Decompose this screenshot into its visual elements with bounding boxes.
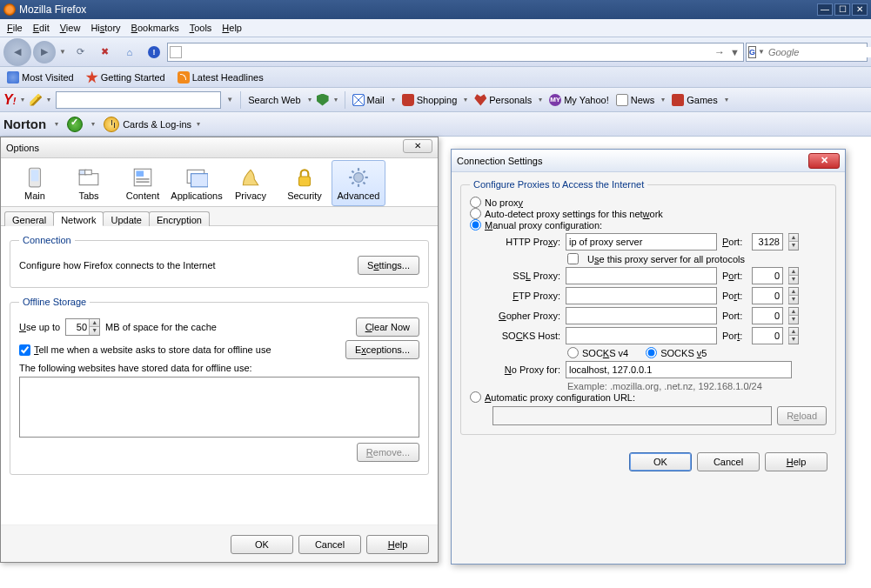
bookmark-most-visited[interactable]: Most Visited [3, 70, 77, 85]
http-port-input[interactable] [752, 233, 783, 251]
cat-privacy[interactable]: Privacy [224, 160, 278, 206]
shield-icon[interactable] [317, 94, 329, 106]
cat-security[interactable]: Security [278, 160, 332, 206]
tab-update[interactable]: Update [103, 211, 149, 226]
home-button[interactable]: ⌂ [118, 41, 141, 63]
remove-button[interactable]: Remove... [357, 443, 419, 462]
cat-main[interactable]: Main [8, 160, 62, 206]
radio-socks5[interactable]: SOCKS v5 [646, 347, 707, 358]
options-help-button[interactable]: Help [366, 535, 429, 554]
close-button[interactable]: ✕ [852, 3, 868, 16]
noproxy-input[interactable] [566, 361, 792, 378]
minimize-button[interactable]: — [817, 3, 833, 16]
norton-logo[interactable]: Norton [3, 117, 46, 131]
bookmark-latest-headlines[interactable]: Latest Headlines [174, 70, 267, 85]
offline-group: Offline Storage Use up to ▲▼ MB of space… [10, 297, 429, 475]
google-icon[interactable]: G [748, 46, 756, 58]
svg-rect-10 [191, 173, 209, 186]
norton-cards[interactable]: Cards & Log-ins▾ [104, 117, 202, 132]
yahoo-logo[interactable]: Y! [3, 92, 16, 108]
pac-url-input[interactable] [492, 406, 772, 425]
conn-cancel-button[interactable]: Cancel [697, 452, 760, 471]
reload-button[interactable]: Reload [777, 406, 827, 425]
exceptions-button[interactable]: Exceptions... [345, 340, 419, 359]
options-close-button[interactable]: ✕ [403, 139, 432, 153]
pencil-icon[interactable] [30, 94, 42, 106]
cat-content[interactable]: Content [116, 160, 170, 206]
ftp-proxy-input[interactable] [566, 287, 717, 304]
yahoo-news[interactable]: News [614, 94, 657, 106]
cache-size-spinner[interactable]: ▲▼ [65, 318, 100, 336]
radio-autodetect[interactable]: Auto-detect proxy settings for this netw… [470, 208, 827, 219]
reload-button[interactable]: ⟳ [70, 41, 92, 63]
url-input[interactable] [184, 46, 711, 58]
search-box[interactable]: G▼ 🔍 [746, 43, 868, 62]
svg-line-18 [363, 182, 365, 184]
radio-socks4[interactable]: SOCKS v4 [567, 347, 628, 358]
radio-manual[interactable]: Manual proxy configuration: [470, 219, 827, 231]
menu-help[interactable]: Help [217, 21, 247, 35]
menu-tools[interactable]: Tools [184, 21, 218, 35]
yahoo-personals[interactable]: Personals [472, 94, 533, 106]
ssl-proxy-input[interactable] [566, 267, 717, 284]
radio-autourl[interactable]: Automatic proxy configuration URL: [470, 391, 827, 403]
url-dropdown[interactable]: ▼ [728, 47, 741, 57]
cache-size-input[interactable] [66, 322, 89, 332]
yahoo-mail[interactable]: Mail [351, 94, 386, 106]
options-cancel-button[interactable]: Cancel [298, 535, 361, 554]
url-bar[interactable]: → ▼ [167, 43, 744, 62]
history-dropdown[interactable]: ▼ [57, 48, 68, 56]
titlebar: Mozilla Firefox — ☐ ✕ [0, 0, 871, 19]
cat-applications[interactable]: Applications [170, 160, 224, 206]
radio-noproxy[interactable]: No proxy [470, 197, 827, 208]
yahoo-my[interactable]: MYMy Yahoo! [547, 94, 611, 106]
conn-help-button[interactable]: Help [765, 452, 827, 471]
yahoo-games[interactable]: Games [670, 94, 719, 106]
tellme-checkbox[interactable]: Tell me when a website asks to store dat… [19, 344, 340, 356]
spin-up[interactable]: ▲ [89, 319, 99, 327]
options-ok-button[interactable]: OK [231, 535, 293, 554]
gopher-proxy-input[interactable] [566, 307, 717, 324]
socks-host-input[interactable] [566, 327, 717, 344]
yahoo-shopping[interactable]: Shopping [400, 94, 459, 106]
clear-now-button[interactable]: Clear Now [356, 317, 419, 337]
spin-down[interactable]: ▼ [89, 327, 99, 335]
svg-rect-6 [136, 170, 144, 177]
connection-group: Connection Configure how Firefox connect… [10, 235, 429, 288]
norton-check-icon[interactable] [67, 117, 83, 132]
stop-button[interactable]: ✖ [94, 41, 117, 63]
forward-button[interactable]: ▶ [33, 41, 56, 63]
tab-encryption[interactable]: Encryption [149, 211, 210, 226]
proxy-legend: Configure Proxies to Access the Internet [470, 179, 647, 190]
tab-general[interactable]: General [4, 211, 54, 226]
options-titlebar[interactable]: Options ✕ [1, 137, 438, 158]
news-icon [616, 94, 628, 106]
menu-view[interactable]: View [55, 21, 86, 35]
connection-close-button[interactable]: ✕ [808, 153, 840, 169]
go-button[interactable]: → [711, 46, 728, 58]
search-input[interactable] [767, 47, 871, 57]
menu-bookmarks[interactable]: Bookmarks [126, 21, 184, 35]
offline-sites-list[interactable] [19, 377, 419, 438]
back-button[interactable]: ◀ [3, 38, 31, 66]
yahoo-search-input[interactable] [56, 91, 221, 109]
connection-titlebar[interactable]: Connection Settings ✕ [452, 150, 845, 172]
cat-advanced[interactable]: Advanced [332, 160, 385, 206]
ssl-port-input[interactable] [752, 267, 783, 284]
use-for-all-checkbox[interactable]: Use this proxy server for all protocols [567, 253, 827, 264]
tab-network[interactable]: Network [53, 211, 104, 226]
menu-file[interactable]: File [2, 21, 28, 35]
maximize-button[interactable]: ☐ [834, 3, 850, 16]
cat-tabs[interactable]: Tabs [62, 160, 116, 206]
ftp-port-input[interactable] [752, 287, 783, 304]
menu-history[interactable]: History [85, 21, 125, 35]
bookmark-getting-started[interactable]: Getting Started [83, 70, 169, 85]
yahoo-search-web[interactable]: Search Web [246, 95, 302, 105]
info-button[interactable]: ! [143, 41, 165, 63]
gopher-port-input[interactable] [752, 307, 783, 324]
menu-edit[interactable]: Edit [28, 21, 55, 35]
http-proxy-input[interactable] [566, 233, 717, 251]
socks-port-input[interactable] [752, 327, 783, 344]
connection-settings-button[interactable]: Settings... [358, 256, 419, 275]
conn-ok-button[interactable]: OK [629, 452, 692, 471]
